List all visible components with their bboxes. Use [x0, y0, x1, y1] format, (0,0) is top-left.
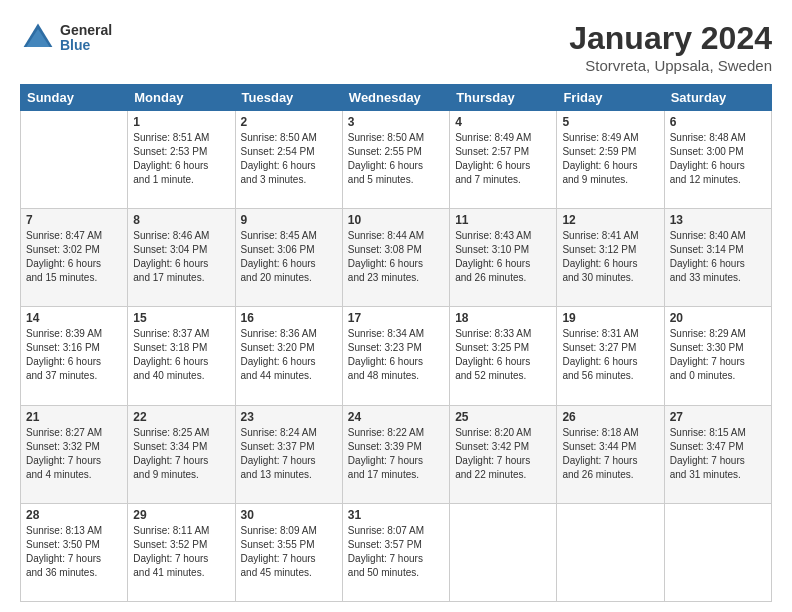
cell-info: Sunrise: 8:20 AMSunset: 3:42 PMDaylight:… — [455, 426, 551, 482]
day-number: 28 — [26, 508, 122, 522]
calendar-cell: 23Sunrise: 8:24 AMSunset: 3:37 PMDayligh… — [235, 405, 342, 503]
cell-info: Sunrise: 8:44 AMSunset: 3:08 PMDaylight:… — [348, 229, 444, 285]
header: General Blue January 2024 Storvreta, Upp… — [20, 20, 772, 74]
calendar-cell: 25Sunrise: 8:20 AMSunset: 3:42 PMDayligh… — [450, 405, 557, 503]
cell-info: Sunrise: 8:49 AMSunset: 2:59 PMDaylight:… — [562, 131, 658, 187]
calendar-cell: 7Sunrise: 8:47 AMSunset: 3:02 PMDaylight… — [21, 209, 128, 307]
calendar-cell: 24Sunrise: 8:22 AMSunset: 3:39 PMDayligh… — [342, 405, 449, 503]
calendar-week-row: 28Sunrise: 8:13 AMSunset: 3:50 PMDayligh… — [21, 503, 772, 601]
cell-info: Sunrise: 8:36 AMSunset: 3:20 PMDaylight:… — [241, 327, 337, 383]
cell-info: Sunrise: 8:07 AMSunset: 3:57 PMDaylight:… — [348, 524, 444, 580]
cell-info: Sunrise: 8:43 AMSunset: 3:10 PMDaylight:… — [455, 229, 551, 285]
cell-info: Sunrise: 8:40 AMSunset: 3:14 PMDaylight:… — [670, 229, 766, 285]
calendar-week-row: 7Sunrise: 8:47 AMSunset: 3:02 PMDaylight… — [21, 209, 772, 307]
calendar-cell: 10Sunrise: 8:44 AMSunset: 3:08 PMDayligh… — [342, 209, 449, 307]
day-number: 13 — [670, 213, 766, 227]
calendar-cell: 13Sunrise: 8:40 AMSunset: 3:14 PMDayligh… — [664, 209, 771, 307]
title-block: January 2024 Storvreta, Uppsala, Sweden — [569, 20, 772, 74]
cell-info: Sunrise: 8:31 AMSunset: 3:27 PMDaylight:… — [562, 327, 658, 383]
day-number: 1 — [133, 115, 229, 129]
day-number: 15 — [133, 311, 229, 325]
calendar-cell: 8Sunrise: 8:46 AMSunset: 3:04 PMDaylight… — [128, 209, 235, 307]
calendar-cell: 3Sunrise: 8:50 AMSunset: 2:55 PMDaylight… — [342, 111, 449, 209]
day-number: 9 — [241, 213, 337, 227]
calendar-cell: 28Sunrise: 8:13 AMSunset: 3:50 PMDayligh… — [21, 503, 128, 601]
cell-info: Sunrise: 8:37 AMSunset: 3:18 PMDaylight:… — [133, 327, 229, 383]
cell-info: Sunrise: 8:13 AMSunset: 3:50 PMDaylight:… — [26, 524, 122, 580]
cell-info: Sunrise: 8:11 AMSunset: 3:52 PMDaylight:… — [133, 524, 229, 580]
cell-info: Sunrise: 8:24 AMSunset: 3:37 PMDaylight:… — [241, 426, 337, 482]
cell-info: Sunrise: 8:41 AMSunset: 3:12 PMDaylight:… — [562, 229, 658, 285]
day-number: 29 — [133, 508, 229, 522]
cell-info: Sunrise: 8:18 AMSunset: 3:44 PMDaylight:… — [562, 426, 658, 482]
day-number: 7 — [26, 213, 122, 227]
calendar-cell: 21Sunrise: 8:27 AMSunset: 3:32 PMDayligh… — [21, 405, 128, 503]
day-number: 27 — [670, 410, 766, 424]
cell-info: Sunrise: 8:34 AMSunset: 3:23 PMDaylight:… — [348, 327, 444, 383]
day-number: 19 — [562, 311, 658, 325]
day-number: 17 — [348, 311, 444, 325]
cell-info: Sunrise: 8:49 AMSunset: 2:57 PMDaylight:… — [455, 131, 551, 187]
day-number: 11 — [455, 213, 551, 227]
day-number: 26 — [562, 410, 658, 424]
day-header-monday: Monday — [128, 85, 235, 111]
calendar-cell: 30Sunrise: 8:09 AMSunset: 3:55 PMDayligh… — [235, 503, 342, 601]
logo-text: General Blue — [60, 23, 112, 54]
calendar-cell: 2Sunrise: 8:50 AMSunset: 2:54 PMDaylight… — [235, 111, 342, 209]
calendar-cell: 18Sunrise: 8:33 AMSunset: 3:25 PMDayligh… — [450, 307, 557, 405]
cell-info: Sunrise: 8:22 AMSunset: 3:39 PMDaylight:… — [348, 426, 444, 482]
page: General Blue January 2024 Storvreta, Upp… — [0, 0, 792, 612]
cell-info: Sunrise: 8:33 AMSunset: 3:25 PMDaylight:… — [455, 327, 551, 383]
calendar-week-row: 21Sunrise: 8:27 AMSunset: 3:32 PMDayligh… — [21, 405, 772, 503]
calendar-cell: 15Sunrise: 8:37 AMSunset: 3:18 PMDayligh… — [128, 307, 235, 405]
day-number: 8 — [133, 213, 229, 227]
day-number: 16 — [241, 311, 337, 325]
day-number: 22 — [133, 410, 229, 424]
day-number: 31 — [348, 508, 444, 522]
calendar-cell: 31Sunrise: 8:07 AMSunset: 3:57 PMDayligh… — [342, 503, 449, 601]
calendar-cell: 16Sunrise: 8:36 AMSunset: 3:20 PMDayligh… — [235, 307, 342, 405]
calendar-cell: 11Sunrise: 8:43 AMSunset: 3:10 PMDayligh… — [450, 209, 557, 307]
calendar-cell: 9Sunrise: 8:45 AMSunset: 3:06 PMDaylight… — [235, 209, 342, 307]
day-number: 3 — [348, 115, 444, 129]
day-number: 21 — [26, 410, 122, 424]
cell-info: Sunrise: 8:47 AMSunset: 3:02 PMDaylight:… — [26, 229, 122, 285]
calendar-cell: 22Sunrise: 8:25 AMSunset: 3:34 PMDayligh… — [128, 405, 235, 503]
day-header-friday: Friday — [557, 85, 664, 111]
calendar-cell: 12Sunrise: 8:41 AMSunset: 3:12 PMDayligh… — [557, 209, 664, 307]
calendar-cell: 27Sunrise: 8:15 AMSunset: 3:47 PMDayligh… — [664, 405, 771, 503]
cell-info: Sunrise: 8:51 AMSunset: 2:53 PMDaylight:… — [133, 131, 229, 187]
cell-info: Sunrise: 8:50 AMSunset: 2:54 PMDaylight:… — [241, 131, 337, 187]
cell-info: Sunrise: 8:50 AMSunset: 2:55 PMDaylight:… — [348, 131, 444, 187]
main-title: January 2024 — [569, 20, 772, 57]
day-header-tuesday: Tuesday — [235, 85, 342, 111]
day-number: 10 — [348, 213, 444, 227]
calendar-cell — [450, 503, 557, 601]
calendar-cell — [557, 503, 664, 601]
day-number: 20 — [670, 311, 766, 325]
calendar-cell: 6Sunrise: 8:48 AMSunset: 3:00 PMDaylight… — [664, 111, 771, 209]
day-number: 12 — [562, 213, 658, 227]
cell-info: Sunrise: 8:27 AMSunset: 3:32 PMDaylight:… — [26, 426, 122, 482]
day-number: 30 — [241, 508, 337, 522]
calendar-cell: 29Sunrise: 8:11 AMSunset: 3:52 PMDayligh… — [128, 503, 235, 601]
calendar-cell: 5Sunrise: 8:49 AMSunset: 2:59 PMDaylight… — [557, 111, 664, 209]
logo-icon — [20, 20, 56, 56]
day-header-sunday: Sunday — [21, 85, 128, 111]
sub-title: Storvreta, Uppsala, Sweden — [569, 57, 772, 74]
cell-info: Sunrise: 8:09 AMSunset: 3:55 PMDaylight:… — [241, 524, 337, 580]
day-number: 23 — [241, 410, 337, 424]
calendar-cell — [21, 111, 128, 209]
day-header-wednesday: Wednesday — [342, 85, 449, 111]
day-number: 14 — [26, 311, 122, 325]
cell-info: Sunrise: 8:45 AMSunset: 3:06 PMDaylight:… — [241, 229, 337, 285]
calendar-cell: 1Sunrise: 8:51 AMSunset: 2:53 PMDaylight… — [128, 111, 235, 209]
logo-line1: General — [60, 23, 112, 38]
day-number: 2 — [241, 115, 337, 129]
calendar-cell: 26Sunrise: 8:18 AMSunset: 3:44 PMDayligh… — [557, 405, 664, 503]
calendar-cell: 17Sunrise: 8:34 AMSunset: 3:23 PMDayligh… — [342, 307, 449, 405]
calendar-week-row: 14Sunrise: 8:39 AMSunset: 3:16 PMDayligh… — [21, 307, 772, 405]
day-number: 18 — [455, 311, 551, 325]
day-number: 4 — [455, 115, 551, 129]
cell-info: Sunrise: 8:48 AMSunset: 3:00 PMDaylight:… — [670, 131, 766, 187]
